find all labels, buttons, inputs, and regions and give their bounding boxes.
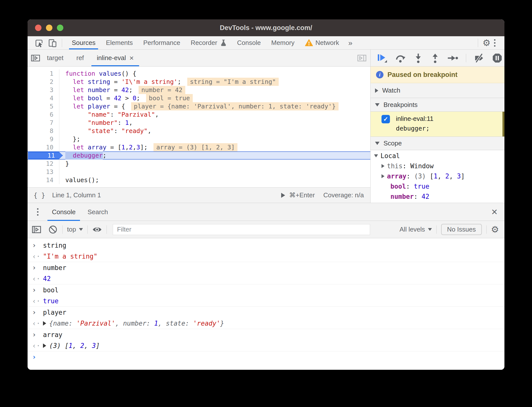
line-number[interactable]: 13 (28, 168, 59, 176)
tab-recorder[interactable]: Recorder (186, 36, 232, 49)
chevron-right-icon[interactable] (381, 164, 384, 168)
tab-console-drawer[interactable]: Console (46, 203, 81, 221)
line-number[interactable]: 4 (28, 94, 59, 102)
code-line[interactable]: 13 (28, 168, 370, 176)
code-line[interactable]: 1function values() { (28, 69, 370, 78)
more-tabs-button[interactable]: » (344, 39, 356, 47)
minimize-window-button[interactable] (46, 25, 52, 31)
line-number[interactable]: 9 (28, 135, 59, 143)
resume-script-icon[interactable] (377, 53, 388, 64)
expand-triangle-icon[interactable] (43, 321, 46, 326)
tab-console[interactable]: Console (232, 36, 266, 49)
code-line[interactable]: 10 let array = [1,2,3];array = (3) [1, 2… (28, 143, 370, 151)
line-number[interactable]: 5 (28, 102, 59, 110)
scope-row-Local[interactable]: Local (371, 151, 504, 161)
scope-row-array[interactable]: array: (3) [1, 2, 3] (371, 171, 504, 181)
scope-row-this[interactable]: this: Window (371, 161, 504, 171)
tab-sources[interactable]: Sources (67, 36, 101, 49)
tab-network[interactable]: Network (300, 36, 344, 49)
line-number[interactable]: 12 (28, 160, 59, 168)
expand-triangle-icon[interactable] (43, 343, 46, 348)
console-result-row[interactable]: ‹·42 (28, 273, 504, 284)
file-tab-ref[interactable]: ref (70, 50, 90, 66)
console-result-row[interactable]: ‹·true (28, 296, 504, 307)
line-number[interactable]: 6 (28, 110, 59, 119)
tab-memory[interactable]: Memory (266, 36, 300, 49)
line-number[interactable]: 1111 (28, 151, 59, 160)
line-number[interactable]: 1 (28, 69, 59, 78)
console-input-row[interactable]: ›string (28, 240, 504, 251)
log-levels-selector[interactable]: All levels (400, 226, 432, 233)
console-result-row[interactable]: ‹·{name: 'Parzival', number: 1, state: '… (28, 318, 504, 329)
line-number[interactable]: 3 (28, 86, 59, 94)
step-over-icon[interactable] (395, 53, 406, 63)
console-settings-gear-icon[interactable]: ⚙ (491, 225, 499, 235)
live-expression-eye-icon[interactable] (92, 225, 102, 235)
console-input-row[interactable]: ›player (28, 307, 504, 318)
line-number[interactable]: 10 (28, 143, 59, 151)
code-line[interactable]: 7 "number": 1, (28, 119, 370, 127)
inspect-icon[interactable] (34, 38, 44, 48)
chevron-down-icon[interactable] (374, 154, 378, 157)
console-input-row[interactable]: ›number (28, 262, 504, 273)
close-window-button[interactable] (35, 25, 41, 31)
code-line[interactable]: 4 let bool = 42 > 0;bool = true (28, 94, 370, 102)
code-line[interactable]: 6 "name": "Parzival", (28, 110, 370, 119)
tab-elements[interactable]: Elements (101, 36, 138, 49)
open-file-panel-icon[interactable] (357, 53, 367, 63)
scope-row-number[interactable]: number: 42 (371, 191, 504, 202)
code-line[interactable]: 9 }; (28, 135, 370, 143)
console-output[interactable]: ›string‹·"I'm a string"›number‹·42›bool‹… (28, 238, 504, 363)
step-icon[interactable] (447, 53, 458, 63)
breakpoint-checkbox[interactable] (381, 115, 390, 123)
context-selector[interactable]: top (67, 226, 83, 233)
show-console-sidebar-icon[interactable] (32, 225, 41, 235)
step-into-icon[interactable] (413, 53, 423, 63)
console-input-row[interactable]: ›bool (28, 284, 504, 296)
console-menu-kebab-icon[interactable] (34, 208, 42, 216)
code-line[interactable]: 8 "state": "ready", (28, 127, 370, 135)
breakpoints-section-header[interactable]: Breakpoints (371, 98, 504, 112)
close-drawer-icon[interactable]: × (491, 207, 497, 217)
close-tab-icon[interactable]: × (129, 55, 134, 61)
scope-row-bool[interactable]: bool: true (371, 181, 504, 191)
titlebar[interactable]: DevTools - www.google.com/ (28, 19, 504, 36)
line-number[interactable]: 14 (28, 176, 59, 184)
no-issues-button[interactable]: No Issues (441, 224, 482, 235)
console-prompt-row[interactable]: › (28, 351, 504, 363)
line-number[interactable]: 8 (28, 127, 59, 135)
line-number[interactable]: 7 (28, 119, 59, 127)
filter-input[interactable] (113, 224, 370, 235)
code-line[interactable]: 14values(); (28, 176, 370, 184)
settings-gear-icon[interactable]: ⚙ (483, 38, 491, 48)
file-tab-inline-eval[interactable]: inline-eval × (90, 50, 140, 66)
line-number[interactable]: 2 (28, 78, 59, 86)
execution-line[interactable]: 1111 debugger; (28, 151, 370, 160)
clear-console-icon[interactable] (48, 225, 58, 235)
pause-on-exceptions-icon[interactable] (492, 53, 502, 63)
show-navigator-icon[interactable] (31, 53, 40, 63)
watch-section-header[interactable]: Watch (371, 83, 504, 98)
deactivate-breakpoints-icon[interactable] (474, 53, 485, 63)
tab-search-drawer[interactable]: Search (81, 203, 114, 221)
code-line[interactable]: 12} (28, 160, 370, 168)
scope-section-header[interactable]: Scope (371, 136, 504, 150)
code-line[interactable]: 2 let string = 'I\'m a string';string = … (28, 78, 370, 86)
code-editor[interactable]: 1function values() {2 let string = 'I\'m… (28, 67, 370, 187)
breakpoint-entry[interactable]: inline-eval:11 debugger; (371, 112, 504, 136)
console-result-row[interactable]: ‹·(3) [1, 2, 3] (28, 340, 504, 351)
console-input-row[interactable]: ›array (28, 329, 504, 340)
code-line[interactable]: 5 let player = {player = {name: 'Parziva… (28, 102, 370, 110)
console-result-row[interactable]: ‹·"I'm a string" (28, 251, 504, 262)
run-snippet-icon[interactable] (281, 193, 285, 198)
main-menu-kebab-icon[interactable] (491, 39, 499, 47)
device-toolbar-icon[interactable] (47, 38, 57, 48)
pretty-print-icon[interactable]: { } (34, 192, 45, 199)
tab-performance[interactable]: Performance (138, 36, 186, 49)
chevron-right-icon[interactable] (381, 174, 384, 178)
file-tab-target[interactable]: target (40, 50, 70, 66)
zoom-window-button[interactable] (57, 25, 63, 31)
code-line[interactable]: 3 let number = 42;number = 42 (28, 86, 370, 94)
code-token (95, 69, 99, 78)
step-out-icon[interactable] (430, 53, 440, 63)
